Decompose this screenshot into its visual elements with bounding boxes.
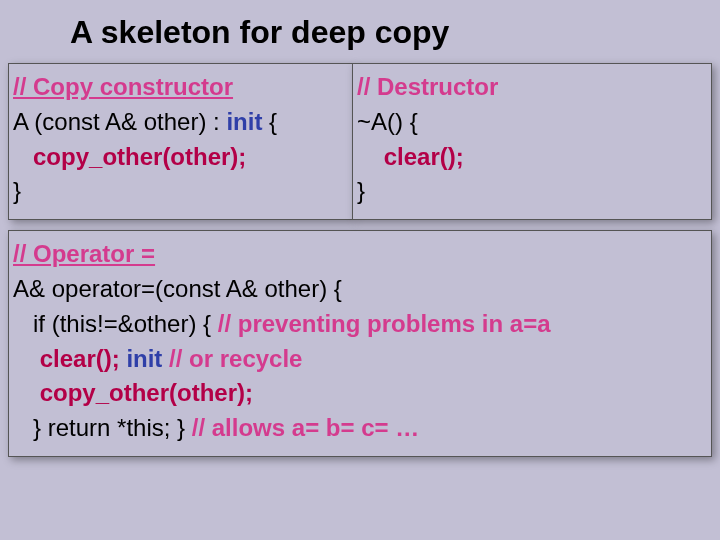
- op-sig: A& operator=(const A& other) {: [13, 275, 342, 302]
- slide-title: A skeleton for deep copy: [8, 14, 712, 51]
- copyctor-sig-a: A (const A& other) :: [13, 108, 226, 135]
- copyctor-sig-c: {: [262, 108, 277, 135]
- copyctor-call: copy_other(other);: [33, 143, 246, 170]
- op-clear: clear();: [40, 345, 120, 372]
- slide: A skeleton for deep copy // Copy constru…: [0, 0, 720, 540]
- op-init: init: [126, 345, 162, 372]
- copyctor-close: }: [13, 177, 21, 204]
- op-copy: copy_other(other);: [40, 379, 253, 406]
- dtor-sig: ~A() {: [357, 108, 418, 135]
- top-row: // Copy constructor A (const A& other) :…: [8, 63, 712, 220]
- destructor-box: // Destructor ~A() { clear(); }: [352, 63, 712, 220]
- copyctor-init: init: [226, 108, 262, 135]
- op-allows-comment: // allows a= b= c= …: [192, 414, 419, 441]
- op-recycle-comment: // or recycle: [169, 345, 302, 372]
- op-if: if (this!=&other) {: [13, 310, 218, 337]
- dtor-close: }: [357, 177, 365, 204]
- dtor-comment: // Destructor: [357, 73, 498, 100]
- copyctor-comment: // Copy constructor: [13, 73, 233, 100]
- operator-eq-box: // Operator = A& operator=(const A& othe…: [8, 230, 712, 457]
- op-return: } return *this; }: [13, 414, 192, 441]
- op-prevent-comment: // preventing problems in a=a: [218, 310, 551, 337]
- copy-constructor-box: // Copy constructor A (const A& other) :…: [8, 63, 353, 220]
- op-comment: // Operator =: [13, 240, 155, 267]
- dtor-call: clear();: [384, 143, 464, 170]
